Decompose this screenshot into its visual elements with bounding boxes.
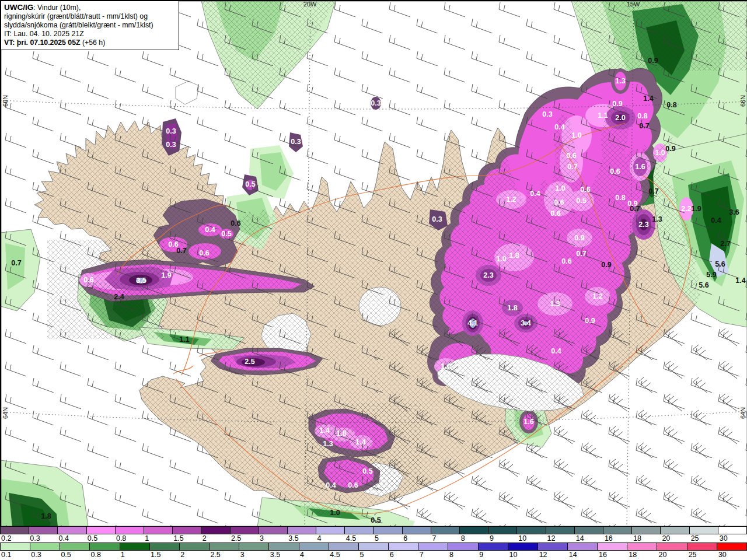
colorbar-cell (603, 527, 632, 534)
colorbar-cell (30, 543, 60, 550)
colorbar-tick-label: 2 (179, 551, 209, 559)
colorbar-cell (144, 527, 173, 534)
rain-colorbar (0, 542, 747, 551)
colorbar-tick-label: 6 (402, 534, 431, 542)
colorbar-tick-label: 18 (632, 534, 661, 542)
colorbar-cell (431, 527, 460, 534)
colorbar-tick-label: 9 (478, 551, 508, 559)
colorbar-cell (173, 527, 201, 534)
colorbar-cell (538, 543, 568, 550)
colorbar-tick-label: 12 (538, 551, 568, 559)
colorbar-tick-label: 4 (316, 534, 345, 542)
colorbar-tick-label: 4.5 (329, 551, 358, 559)
colorbar-cell (201, 527, 230, 534)
parallel-label: 64N (739, 407, 746, 419)
colorbar-tick-label: 1.5 (172, 534, 201, 542)
colorbar-cell (374, 527, 402, 534)
colorbar-tick-label: 10 (508, 551, 537, 559)
colorbar-cell (479, 543, 508, 550)
weather-map (1, 1, 747, 527)
colorbar-cell (568, 543, 598, 550)
colorbar-cell (488, 527, 517, 534)
colorbar-cell (210, 543, 239, 550)
colorbar-cell (1, 527, 29, 534)
colorbar-tick-label: 20 (661, 534, 689, 542)
info-line-4-init-time: IT: Lau. 04. 10. 2025 21Z (4, 30, 175, 38)
colorbar-tick-label: 0.3 (30, 551, 60, 559)
colorbar-cell (58, 527, 86, 534)
colorbar-tick-label: 3.5 (287, 534, 316, 542)
colorbar-legend: 0.20.30.40.50.811.522.533.544.5567891012… (0, 526, 747, 559)
colorbar-tick-label: 30 (717, 551, 747, 559)
colorbar-tick-label: 2 (201, 534, 230, 542)
sleet-snow-colorbar (0, 526, 747, 534)
colorbar-tick-label: 7 (418, 551, 448, 559)
info-line-2: rigning/skúrir (grænt/blátt/rautt - mm/1… (4, 12, 175, 21)
colorbar-tick-label: 8 (460, 534, 488, 542)
colorbar-tick-label: 1.5 (149, 551, 179, 559)
colorbar-cell (598, 543, 627, 550)
colorbar-cell (661, 527, 689, 534)
forecast-info-box: UWC/IG: Vindur (10m), rigning/skúrir (gr… (1, 1, 179, 50)
colorbar-cell (345, 527, 374, 534)
colorbar-tick-label: 4 (299, 551, 329, 559)
sleet-snow-colorbar-labels: 0.20.30.40.50.811.522.533.544.5567891012… (0, 534, 747, 542)
colorbar-tick-label: 5 (358, 551, 388, 559)
colorbar-cell (29, 527, 58, 534)
colorbar-cell (627, 543, 657, 550)
colorbar-cell (657, 543, 687, 550)
parallel-label: 66N (739, 95, 746, 107)
colorbar-cell (329, 543, 359, 550)
colorbar-cell (60, 543, 90, 550)
colorbar-tick-label: 9 (488, 534, 517, 542)
colorbar-tick-label: 16 (603, 534, 632, 542)
colorbar-cell (718, 527, 746, 534)
info-line-3: slydda/snjókoma (grátt/bleikt/grænt - mm… (4, 21, 175, 30)
colorbar-cell (1, 543, 30, 550)
colorbar-cell (116, 527, 144, 534)
colorbar-cell (389, 543, 418, 550)
colorbar-cell (575, 527, 603, 534)
colorbar-tick-label: 2.5 (230, 534, 259, 542)
colorbar-cell (717, 543, 746, 550)
parallel-label: 64N (2, 407, 9, 419)
meridian-label: 15W (627, 1, 640, 8)
colorbar-tick-label: 6 (389, 551, 418, 559)
colorbar-tick-label: 14 (575, 534, 603, 542)
colorbar-tick-label: 8 (448, 551, 478, 559)
colorbar-tick-label: 0.3 (29, 534, 57, 542)
colorbar-tick-label: 4.5 (345, 534, 374, 542)
colorbar-tick-label: 18 (627, 551, 657, 559)
colorbar-cell (90, 543, 120, 550)
colorbar-tick-label: 1 (120, 551, 149, 559)
info-line-5-valid-time: VT: þri. 07.10.2025 05Z (+56 h) (4, 38, 175, 47)
colorbar-cell (508, 543, 538, 550)
colorbar-tick-label: 0.5 (60, 551, 89, 559)
colorbar-cell (299, 543, 329, 550)
colorbar-tick-label: 3.5 (269, 551, 299, 559)
colorbar-tick-label: 3 (259, 534, 287, 542)
colorbar-tick-label: 25 (690, 534, 718, 542)
colorbar-cell (687, 543, 717, 550)
colorbar-cell (403, 527, 431, 534)
colorbar-cell (448, 543, 478, 550)
colorbar-tick-label: 0.8 (90, 551, 120, 559)
colorbar-cell (87, 527, 116, 534)
info-line-1: UWC/IG: Vindur (10m), (4, 3, 175, 12)
meridian-label: 20W (303, 1, 317, 8)
colorbar-tick-label: 0.2 (0, 534, 29, 542)
colorbar-cell (120, 543, 150, 550)
product-name: UWC/IG (4, 3, 33, 12)
colorbar-cell (517, 527, 546, 534)
colorbar-cell (180, 543, 210, 550)
colorbar-cell (690, 527, 718, 534)
colorbar-tick-label: 5 (374, 534, 402, 542)
colorbar-cell (460, 527, 488, 534)
colorbar-cell (150, 543, 180, 550)
colorbar-tick-label: 16 (598, 551, 627, 559)
colorbar-tick-label: 14 (568, 551, 598, 559)
colorbar-tick-label: 10 (517, 534, 546, 542)
parallel-label: 66N (2, 95, 9, 107)
colorbar-cell (359, 543, 389, 550)
colorbar-cell (546, 527, 575, 534)
